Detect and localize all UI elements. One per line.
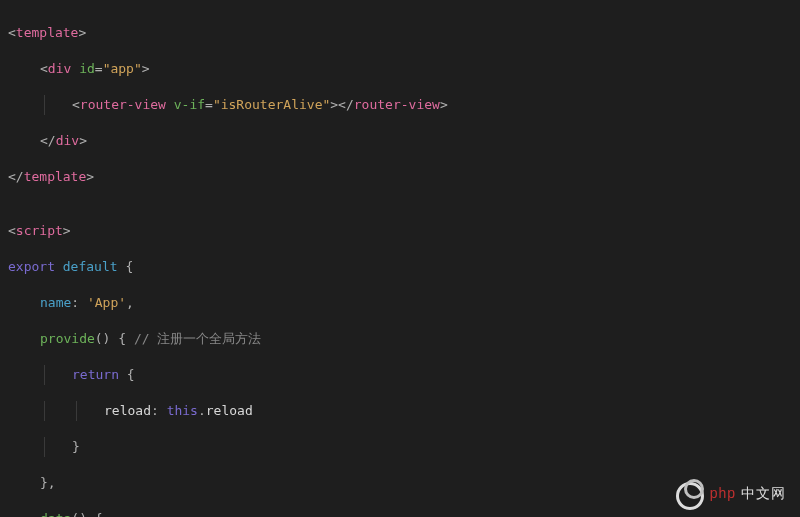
code-block: <template> <div id="app"> <router-view v… bbox=[0, 0, 800, 517]
code-line: reload: this.reload bbox=[8, 402, 792, 420]
code-line: export default { bbox=[8, 258, 792, 276]
watermark: php 中文网 bbox=[676, 479, 786, 507]
code-line: data() { bbox=[8, 510, 792, 517]
code-line: return { bbox=[8, 366, 792, 384]
code-line: </div> bbox=[8, 132, 792, 150]
php-logo-icon bbox=[676, 479, 704, 507]
code-line: <script> bbox=[8, 222, 792, 240]
code-line: name: 'App', bbox=[8, 294, 792, 312]
code-line: <div id="app"> bbox=[8, 60, 792, 78]
code-line: <template> bbox=[8, 24, 792, 42]
watermark-label: php 中文网 bbox=[710, 484, 786, 502]
code-line: <router-view v-if="isRouterAlive"></rout… bbox=[8, 96, 792, 114]
code-line: } bbox=[8, 438, 792, 456]
code-line: }, bbox=[8, 474, 792, 492]
code-line: provide() { // 注册一个全局方法 bbox=[8, 330, 792, 348]
code-line: </template> bbox=[8, 168, 792, 186]
